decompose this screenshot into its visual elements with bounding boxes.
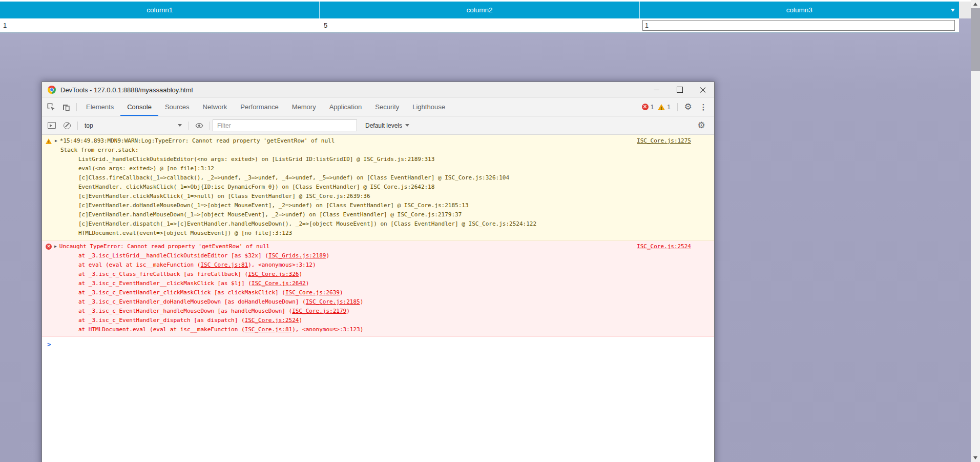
devtools-titlebar[interactable]: DevTools - 127.0.0.1:8888/myassaabloy.ht… [42,82,714,98]
tab-performance[interactable]: Performance [234,98,285,116]
source-file-link[interactable]: ISC_Core.js:2185 [306,298,360,305]
grid-cell-column2[interactable]: 5 [321,18,641,32]
page-scrollbar[interactable] [971,0,980,462]
live-expression-button[interactable] [192,122,207,130]
cell-editor-input[interactable] [642,20,955,31]
devtools-tabs: ElementsConsoleSourcesNetworkPerformance… [79,98,452,116]
stack-trace-line: at _3.isc_c_EventHandler_handleMouseDown… [42,307,714,316]
warning-count-icon[interactable] [658,104,665,110]
message-text: at _3.isc_c_EventHandler__clickMaskClick… [78,280,309,287]
text-segment: [c]EventHandler.clickMaskClick(_1=>null)… [78,193,370,199]
tab-application[interactable]: Application [323,98,369,116]
source-file-link[interactable]: ISC_Core.js:2524 [245,317,299,324]
log-level-selector[interactable]: Default levels [365,122,409,129]
stack-trace-line: [c]EventHandler.dispatch(_1=>[c]EventHan… [42,219,714,229]
tab-sources[interactable]: Sources [158,98,196,116]
message-text: ListGrid._handleClickOutsideEditor(<no a… [78,156,434,163]
clear-console-button[interactable] [59,122,75,129]
scroll-up-button[interactable] [971,0,980,8]
source-file-link[interactable]: ISC_Core.js:81 [200,262,248,268]
error-count-icon[interactable]: ✕ [642,104,649,110]
header-menu-arrow-icon[interactable] [951,9,955,12]
grid-corner [959,2,971,18]
warning-count[interactable]: 1 [667,104,671,111]
tab-elements[interactable]: Elements [79,98,120,116]
tab-memory[interactable]: Memory [285,98,323,116]
clear-console-icon [64,122,71,129]
three-dot-menu-icon: ⋮ [700,103,707,112]
text-segment: at _3.isc_c_EventHandler_handleMouseDown… [78,308,292,314]
text-segment: ) [326,252,329,259]
stack-trace-line: [c]EventHandler.doHandleMouseDown(_1=>[o… [42,201,714,210]
stack-trace-line: at HTMLDocument.eval (eval at isc__makeF… [42,325,714,334]
stack-trace-line: at _3.isc_c_EventHandler__clickMaskClick… [42,279,714,288]
device-toolbar-button[interactable] [58,98,74,116]
context-selector[interactable]: top [80,122,186,129]
console-settings-button[interactable]: ⚙ [694,120,709,131]
source-file-link[interactable]: ISC_Grids.js:2189 [268,252,326,259]
message-text: at _3.isc_c_EventHandler_handleMouseDown… [78,308,350,314]
console-message-error: ✕▶Uncaught TypeError: Cannot read proper… [42,240,714,337]
scrollbar-thumb[interactable] [971,8,980,71]
text-segment: at HTMLDocument.eval (eval at isc__makeF… [78,326,245,333]
devtools-window: DevTools - 127.0.0.1:8888/myassaabloy.ht… [41,82,715,462]
text-segment: at _3.isc_c_Class_fireCallback [as fireC… [78,271,248,277]
text-segment: [c]EventHandler.handleMouseDown(_1=>[obj… [78,211,462,218]
message-text: [c]EventHandler.doHandleMouseDown(_1=>[o… [78,202,469,209]
settings-button[interactable]: ⚙ [680,102,696,112]
expand-arrow-icon[interactable]: ▶ [54,242,57,251]
minimize-button[interactable] [645,82,668,97]
tab-security[interactable]: Security [368,98,406,116]
more-menu-button[interactable]: ⋮ [696,103,711,112]
source-file-link[interactable]: ISC_Core.js:2639 [285,289,340,296]
grid-cell-column3[interactable] [641,18,959,32]
message-text: [c]EventHandler.handleMouseDown(_1=>[obj… [78,211,462,218]
console-sidebar-button[interactable] [44,122,59,129]
grid-data-row: 1 5 [0,18,959,33]
text-segment: Stack from error.stack: [60,147,138,153]
source-file-link[interactable]: ISC_Core.js:81 [245,326,293,333]
source-file-link[interactable]: ISC_Core.js:326 [248,271,299,277]
message-source-link[interactable]: ISC_Core.js:2524 [637,242,714,251]
stack-trace-line: eval(<no args: exited>) @ [no file]:3:12 [42,164,714,173]
maximize-icon [677,87,683,93]
column-header-3[interactable]: column3 [640,2,959,18]
column-header-1[interactable]: column1 [0,2,320,18]
column-header-2[interactable]: column2 [320,2,639,18]
tabbar-right: ✕ 1 1 ⚙ ⋮ [642,98,714,116]
tab-lighthouse[interactable]: Lighthouse [406,98,452,116]
message-text: at _3.isc_c_Class_fireCallback [as fireC… [78,271,302,277]
message-text: at _3.isc_c_EventHandler_dispatch [as di… [78,317,302,324]
message-source-link[interactable]: ISC_Core.js:1275 [637,136,714,146]
filter-input[interactable] [213,119,357,131]
message-text: Stack from error.stack: [60,147,138,153]
message-text: at _3.isc_ListGrid__handleClickOutsideEd… [78,252,329,259]
text-segment: [c]Class.fireCallback(_1=>callback(), _2… [78,174,509,181]
text-segment: ) [306,280,309,287]
maximize-button[interactable] [668,82,691,97]
expand-arrow-icon[interactable]: ▶ [55,136,57,146]
source-file-link[interactable]: ISC_Core.js:2642 [252,280,306,287]
close-button[interactable] [691,82,714,97]
separator [76,103,77,111]
text-segment: Uncaught TypeError: Cannot read property… [59,243,270,250]
source-file-link[interactable]: ISC_Core.js:2179 [292,308,346,314]
grid-cell-column1[interactable]: 1 [0,18,321,32]
message-header-line: ✕▶Uncaught TypeError: Cannot read proper… [42,242,714,251]
text-segment: at _3.isc_c_EventHandler_dispatch [as di… [78,317,245,324]
message-text: [c]EventHandler.dispatch(_1=>[c]EventHan… [78,220,536,227]
cell-value: 1 [3,22,7,29]
text-segment: ), <anonymous>:3:12) [248,262,316,268]
message-text: [c]Class.fireCallback(_1=>callback(), _2… [78,174,509,181]
inspect-element-button[interactable] [43,98,58,116]
console-prompt[interactable]: > [42,337,714,348]
tab-console[interactable]: Console [120,98,158,116]
scroll-down-button[interactable] [971,454,980,462]
error-count[interactable]: 1 [651,104,654,111]
console-sidebar-icon [48,122,56,129]
text-segment: eval(<no args: exited>) @ [no file]:3:12 [78,165,214,172]
stack-trace-line: ListGrid._handleClickOutsideEditor(<no a… [42,155,714,164]
text-segment: EventHandler._clickMaskClick(_1=>Obj{ID:… [78,184,434,190]
console-toolbar: top Default levels ⚙ [42,116,714,135]
tab-network[interactable]: Network [196,98,234,116]
